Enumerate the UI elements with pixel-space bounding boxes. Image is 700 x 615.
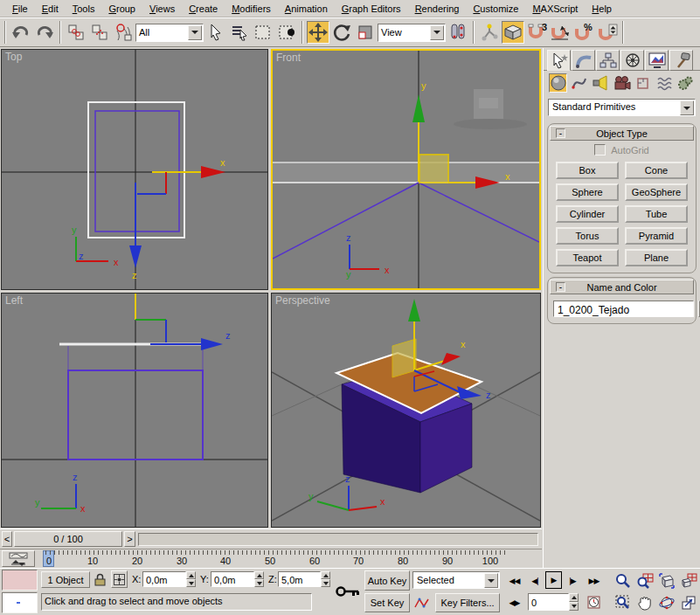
viewport-perspective[interactable]: Perspective — [271, 293, 541, 528]
pan-button[interactable] — [634, 592, 655, 613]
menu-animation[interactable]: Animation — [278, 2, 335, 16]
tab-modify[interactable] — [572, 50, 595, 71]
current-frame-field[interactable] — [528, 593, 569, 611]
zoom-all-button[interactable] — [634, 570, 655, 591]
auto-key-button[interactable]: Auto Key — [364, 570, 410, 591]
object-type-rollout-header[interactable]: Object Type - — [550, 126, 694, 141]
percent-snap-button[interactable]: % — [572, 21, 595, 44]
menu-create[interactable]: Create — [182, 2, 225, 16]
selection-lock-button[interactable] — [93, 571, 107, 588]
move-gizmo[interactable]: x z — [129, 157, 225, 280]
plane-button[interactable]: Plane — [625, 249, 688, 266]
tab-display[interactable] — [645, 50, 669, 71]
time-slider-prev-button[interactable]: < — [2, 531, 12, 547]
systems-category-button[interactable] — [676, 73, 695, 93]
selection-filter-dropdown[interactable]: All — [135, 24, 204, 42]
reference-coordinate-dropdown[interactable]: View — [378, 24, 446, 42]
coord-x-field[interactable] — [142, 571, 186, 587]
coord-y-spinner[interactable] — [254, 571, 264, 587]
select-and-manipulate-button[interactable] — [478, 21, 501, 44]
primitives-dropdown[interactable]: Standard Primitives — [548, 99, 696, 116]
shapes-category-button[interactable] — [570, 73, 588, 93]
menu-file[interactable]: File — [5, 2, 35, 16]
maxscript-mini-listener[interactable] — [2, 592, 38, 613]
time-slider-track[interactable] — [138, 533, 538, 546]
arc-rotate-button[interactable] — [656, 592, 677, 613]
menu-graph-editors[interactable]: Graph Editors — [335, 2, 408, 16]
viewport-front-label[interactable]: Front — [276, 52, 301, 64]
geometry-category-button[interactable] — [549, 73, 567, 93]
viewport-left-label[interactable]: Left — [5, 294, 23, 307]
unlink-selection-button[interactable] — [88, 21, 111, 44]
time-slider-handle[interactable]: 0 / 100 — [14, 531, 122, 547]
angle-snap-button[interactable] — [549, 21, 572, 44]
box-wire[interactable] — [273, 183, 539, 259]
coord-z-field[interactable] — [278, 571, 321, 587]
autogrid-checkbox[interactable] — [594, 144, 606, 155]
zoom-button[interactable] — [613, 570, 634, 591]
teapot-button[interactable]: Teapot — [556, 249, 619, 266]
frame-spinner[interactable] — [569, 593, 579, 611]
viewport-perspective-label[interactable]: Perspective — [275, 294, 330, 307]
menu-modifiers[interactable]: Modifiers — [225, 2, 278, 16]
viewport-front[interactable]: Front y x — [271, 49, 541, 290]
crossing-selection-button[interactable] — [275, 21, 298, 44]
chevron-down-icon[interactable] — [430, 25, 444, 40]
tab-motion[interactable] — [620, 50, 644, 71]
time-slider-next-button[interactable]: > — [124, 531, 135, 547]
chevron-down-icon[interactable] — [484, 573, 498, 588]
viewport-top[interactable]: Top x z y z x — [1, 49, 268, 290]
chevron-down-icon[interactable] — [188, 25, 202, 40]
helpers-category-button[interactable] — [634, 73, 652, 93]
next-frame-button[interactable]: |▶ — [564, 572, 581, 589]
snap-3d-button[interactable]: 3 — [525, 21, 548, 44]
cylinder-button[interactable]: Cylinder — [556, 205, 619, 223]
coord-x-spinner[interactable] — [186, 571, 196, 587]
select-object-button[interactable] — [204, 21, 227, 44]
select-and-link-button[interactable] — [65, 21, 87, 44]
zoom-extents-all-button[interactable] — [678, 570, 699, 591]
undo-button[interactable] — [10, 21, 32, 44]
sphere-button[interactable]: Sphere — [556, 183, 619, 201]
select-and-scale-button[interactable] — [354, 21, 377, 44]
menu-edit[interactable]: Edit — [35, 2, 66, 16]
name-color-rollout-header[interactable]: Name and Color - — [550, 280, 694, 294]
time-configuration-button[interactable] — [585, 594, 603, 611]
viewport-top-label[interactable]: Top — [5, 51, 22, 63]
menu-group[interactable]: Group — [101, 2, 142, 16]
select-and-move-button[interactable] — [307, 21, 329, 44]
box-button[interactable]: Box — [556, 162, 619, 179]
menu-rendering[interactable]: Rendering — [408, 2, 467, 16]
previous-frame-button[interactable]: ◀| — [526, 572, 544, 589]
object-name-field[interactable] — [553, 301, 694, 317]
snaps-toggle-button[interactable] — [502, 21, 524, 44]
coord-z-spinner[interactable] — [321, 571, 330, 587]
absolute-offset-toggle[interactable] — [111, 570, 128, 588]
play-button[interactable]: ▶ — [545, 571, 562, 589]
viewport-left[interactable]: Left z z y x — [1, 293, 268, 528]
default-in-out-tangent-button[interactable] — [412, 593, 432, 612]
use-pivot-point-center-button[interactable] — [447, 21, 469, 44]
menu-help[interactable]: Help — [585, 2, 619, 16]
key-mode-toggle-button[interactable]: ◀▶ — [505, 594, 523, 611]
tab-create[interactable] — [547, 50, 571, 71]
go-to-end-button[interactable]: ▶▶ — [585, 572, 603, 589]
redo-button[interactable] — [33, 21, 56, 44]
spinner-snap-button[interactable] — [596, 21, 619, 44]
select-and-rotate-button[interactable] — [330, 21, 353, 44]
tab-hierarchy[interactable] — [596, 50, 620, 71]
key-mode-dropdown[interactable]: Selected — [412, 571, 500, 589]
geosphere-button[interactable]: GeoSphere — [625, 183, 688, 201]
chevron-down-icon[interactable] — [680, 100, 694, 115]
menu-maxscript[interactable]: MAXScript — [525, 2, 585, 16]
cameras-category-button[interactable] — [613, 73, 631, 93]
track-bar-ruler[interactable]: 0 10 20 30 40 50 60 70 80 90 100 — [37, 549, 540, 569]
menu-customize[interactable]: Customize — [466, 2, 525, 16]
rectangular-selection-region-button[interactable] — [252, 21, 274, 44]
tab-utilities[interactable] — [669, 50, 693, 71]
space-warps-category-button[interactable] — [655, 73, 673, 93]
move-gizmo[interactable]: z — [135, 294, 231, 350]
menu-views[interactable]: Views — [142, 2, 182, 16]
lights-category-button[interactable] — [592, 73, 610, 93]
mini-curve-editor-button[interactable] — [2, 550, 35, 567]
